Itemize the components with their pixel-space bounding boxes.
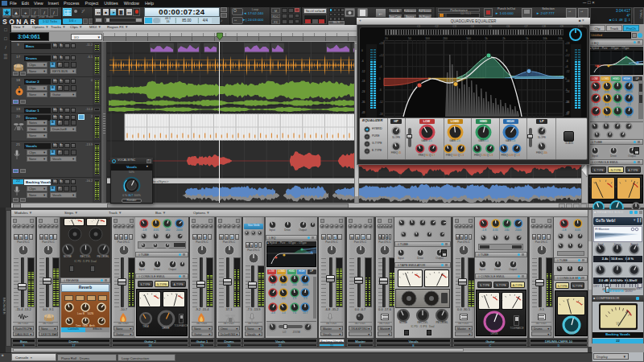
svg-text:+6: +6: [565, 65, 568, 68]
svg-text:C6: C6: [506, 25, 510, 28]
svg-text:+18: +18: [565, 42, 570, 45]
svg-text:0: 0: [361, 49, 363, 52]
svg-text:0: 0: [379, 77, 381, 80]
svg-text:-12: -12: [361, 70, 365, 73]
svg-text:IR:Massive: IR:Massive: [595, 228, 609, 231]
svg-text:+12: +12: [379, 54, 384, 57]
svg-text:C1: C1: [417, 25, 420, 28]
svg-text:-18: -18: [565, 113, 569, 116]
svg-text:C2: C2: [435, 25, 438, 28]
svg-text:+6: +6: [379, 65, 382, 68]
svg-text:C8: C8: [543, 25, 546, 28]
svg-text:C4: C4: [471, 25, 474, 28]
svg-text:-6: -6: [379, 88, 382, 92]
svg-text:-48: -48: [361, 111, 365, 114]
svg-text:+18: +18: [379, 42, 384, 45]
svg-text:C3: C3: [453, 25, 456, 28]
svg-text:-18: -18: [379, 113, 383, 116]
svg-text:C9: C9: [560, 25, 564, 28]
svg-text:-36: -36: [361, 101, 365, 104]
svg-text:-12: -12: [565, 101, 569, 104]
svg-text:-18: -18: [361, 80, 365, 83]
svg-text:-12: -12: [379, 101, 383, 104]
svg-text:VU: VU: [616, 322, 620, 326]
svg-text:-6: -6: [565, 88, 568, 92]
svg-text:-24: -24: [361, 90, 365, 93]
svg-text:0: 0: [565, 77, 567, 80]
svg-text:+12: +12: [565, 54, 570, 57]
svg-text:C5: C5: [489, 25, 492, 28]
svg-text:C7: C7: [524, 25, 527, 28]
svg-text:-6: -6: [361, 60, 364, 63]
